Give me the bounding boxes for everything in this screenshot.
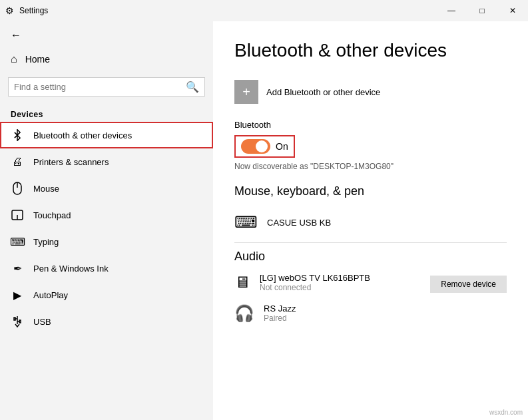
autoplay-icon: ▶ bbox=[11, 288, 24, 302]
sidebar-item-label-bluetooth: Bluetooth & other devices bbox=[33, 130, 132, 140]
rs-jazz-device-item: 🎧 RS Jazz Paired bbox=[234, 298, 507, 328]
sidebar-item-touchpad[interactable]: Touchpad bbox=[0, 202, 213, 228]
settings-icon: ⚙ bbox=[5, 5, 14, 16]
titlebar-title: Settings bbox=[19, 6, 48, 15]
keyboard-device-name: CASUE USB KB bbox=[267, 218, 507, 228]
toggle-knob bbox=[256, 140, 268, 152]
add-device-label: Add Bluetooth or other device bbox=[266, 87, 380, 97]
sidebar-item-label-touchpad: Touchpad bbox=[33, 210, 71, 220]
app-body: ← ⌂ Home 🔍 Devices Bluetooth & other dev… bbox=[0, 21, 528, 420]
bluetooth-toggle-wrapper[interactable]: On bbox=[234, 135, 295, 158]
keyboard-device-item: ⌨ CASUE USB KB bbox=[234, 208, 507, 237]
mouse-icon bbox=[11, 182, 24, 195]
rs-jazz-device-status: Paired bbox=[264, 314, 507, 323]
remove-device-button[interactable]: Remove device bbox=[430, 276, 507, 293]
sidebar-item-bluetooth[interactable]: Bluetooth & other devices bbox=[0, 122, 213, 148]
rs-jazz-device-name: RS Jazz bbox=[264, 304, 507, 314]
toggle-label: On bbox=[276, 141, 288, 152]
content-area: Bluetooth & other devices + Add Bluetoot… bbox=[213, 21, 528, 420]
usb-icon bbox=[11, 315, 24, 328]
home-icon: ⌂ bbox=[11, 53, 17, 65]
audio-section-title: Audio bbox=[234, 250, 507, 264]
pen-icon: ✒ bbox=[11, 262, 24, 275]
titlebar: ⚙ Settings — □ ✕ bbox=[0, 0, 528, 21]
rs-jazz-device-info: RS Jazz Paired bbox=[264, 304, 507, 323]
sidebar-item-mouse[interactable]: Mouse bbox=[0, 175, 213, 202]
headphones-icon: 🎧 bbox=[234, 304, 254, 323]
sidebar-item-printers[interactable]: 🖨 Printers & scanners bbox=[0, 148, 213, 175]
add-icon: + bbox=[234, 80, 258, 104]
discoverable-text: Now discoverable as "DESKTOP-1M3OG80" bbox=[234, 162, 507, 171]
search-icon: 🔍 bbox=[186, 81, 199, 93]
sidebar-item-label-printers: Printers & scanners bbox=[33, 157, 109, 167]
sidebar-item-label-typing: Typing bbox=[33, 237, 59, 247]
lg-tv-device-status: Not connected bbox=[260, 283, 421, 292]
close-button[interactable]: ✕ bbox=[497, 0, 528, 21]
lg-tv-device-row: 🖥 [LG] webOS TV LK616BPTB Not connected … bbox=[234, 273, 507, 293]
sidebar-item-autoplay[interactable]: ▶ AutoPlay bbox=[0, 282, 213, 308]
back-arrow-icon: ← bbox=[11, 29, 21, 41]
bluetooth-toggle[interactable] bbox=[241, 139, 270, 154]
mouse-keyboard-section-title: Mouse, keyboard, & pen bbox=[234, 184, 507, 198]
lg-tv-actions: Remove device bbox=[430, 273, 507, 293]
lg-tv-device-name: [LG] webOS TV LK616BPTB bbox=[260, 273, 421, 283]
monitor-icon: 🖥 bbox=[234, 273, 250, 292]
sidebar: ← ⌂ Home 🔍 Devices Bluetooth & other dev… bbox=[0, 21, 213, 420]
home-label: Home bbox=[25, 54, 50, 65]
search-input[interactable] bbox=[14, 82, 182, 92]
home-button[interactable]: ⌂ Home bbox=[0, 47, 213, 72]
keyboard-device-info: CASUE USB KB bbox=[267, 218, 507, 228]
sidebar-item-label-autoplay: AutoPlay bbox=[33, 290, 68, 300]
sidebar-section-label: Devices bbox=[0, 102, 213, 122]
divider bbox=[234, 242, 507, 243]
typing-icon: ⌨ bbox=[11, 235, 24, 248]
sidebar-item-label-mouse: Mouse bbox=[33, 184, 59, 194]
sidebar-item-label-usb: USB bbox=[33, 317, 51, 327]
add-device-button[interactable]: + Add Bluetooth or other device bbox=[234, 77, 380, 106]
printer-icon: 🖨 bbox=[11, 155, 24, 168]
minimize-button[interactable]: — bbox=[436, 0, 467, 21]
bluetooth-section-label: Bluetooth bbox=[234, 120, 507, 130]
lg-tv-device-info: [LG] webOS TV LK616BPTB Not connected bbox=[260, 273, 421, 292]
keyboard-icon: ⌨ bbox=[234, 213, 258, 232]
touchpad-icon bbox=[11, 208, 24, 222]
sidebar-item-label-pen: Pen & Windows Ink bbox=[33, 264, 109, 274]
maximize-button[interactable]: □ bbox=[467, 0, 497, 21]
bluetooth-row: On bbox=[234, 135, 507, 158]
sidebar-item-pen[interactable]: ✒ Pen & Windows Ink bbox=[0, 255, 213, 282]
search-box[interactable]: 🔍 bbox=[8, 77, 205, 97]
titlebar-left: ⚙ Settings bbox=[5, 5, 48, 16]
titlebar-controls: — □ ✕ bbox=[436, 0, 528, 21]
watermark: wsxdn.com bbox=[487, 407, 525, 417]
bluetooth-icon bbox=[11, 128, 24, 142]
page-title: Bluetooth & other devices bbox=[234, 40, 507, 61]
sidebar-item-usb[interactable]: USB bbox=[0, 308, 213, 335]
sidebar-item-typing[interactable]: ⌨ Typing bbox=[0, 228, 213, 255]
back-button[interactable]: ← bbox=[0, 21, 213, 47]
